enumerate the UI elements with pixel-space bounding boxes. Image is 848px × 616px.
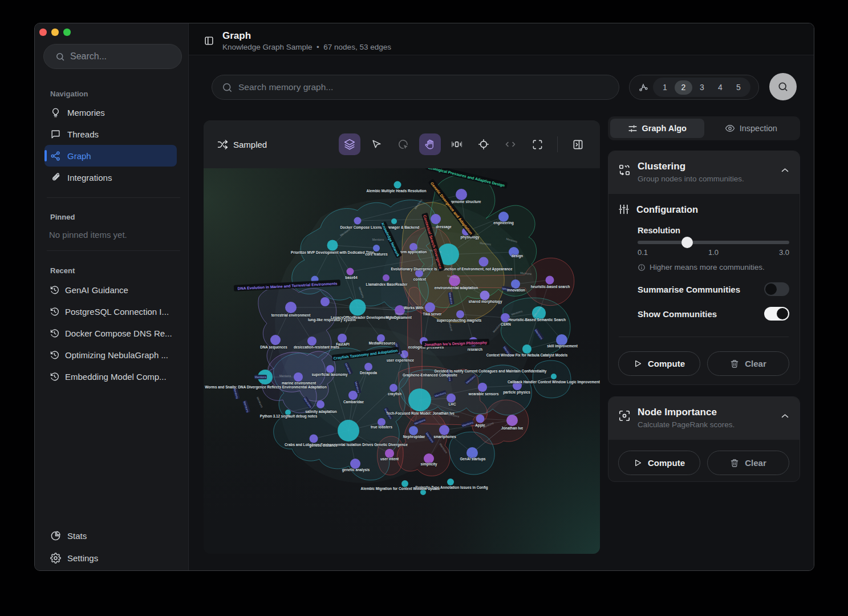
svg-text:genetic distance: genetic distance bbox=[309, 443, 338, 448]
svg-text:Callback Handler Context Windo: Callback Handler Context Window Logic Im… bbox=[508, 380, 600, 384]
svg-text:orm application: orm application bbox=[400, 250, 427, 254]
svg-text:Decided to notify Current Coll: Decided to notify Current Colleagues and… bbox=[435, 369, 547, 374]
svg-text:Mentions: Mentions bbox=[372, 238, 384, 241]
svg-text:heuristic-based search: heuristic-based search bbox=[531, 285, 570, 289]
svg-text:CERN: CERN bbox=[501, 322, 511, 326]
svg-text:design: design bbox=[512, 254, 523, 258]
svg-text:DNA sequences: DNA sequences bbox=[260, 345, 287, 350]
svg-text:simplicity: simplicity bbox=[420, 462, 437, 467]
svg-text:Heuristic-Based Semantic Searc: Heuristic-Based Semantic Search bbox=[509, 318, 566, 322]
svg-text:superficial taxonomy: superficial taxonomy bbox=[312, 372, 348, 377]
svg-text:skill improvement: skill improvement bbox=[547, 344, 578, 348]
svg-text:Mentions: Mentions bbox=[279, 374, 291, 378]
svg-text:MgloDocument: MgloDocument bbox=[386, 315, 412, 320]
svg-text:Python 3.12 segfault debug not: Python 3.12 segfault debug notes bbox=[260, 414, 318, 419]
svg-text:context: context bbox=[413, 277, 427, 281]
svg-text:innovation: innovation bbox=[507, 288, 525, 292]
svg-text:LHC: LHC bbox=[449, 402, 456, 406]
svg-text:wearable sensors: wearable sensors bbox=[468, 392, 499, 396]
svg-text:core features: core features bbox=[365, 252, 388, 256]
svg-text:superconducting magnets: superconducting magnets bbox=[437, 318, 482, 323]
svg-text:salinity adaptation: salinity adaptation bbox=[305, 410, 336, 414]
svg-text:Nephropidae: Nephropidae bbox=[403, 435, 425, 439]
svg-text:Jonathan Ive: Jonathan Ive bbox=[501, 426, 524, 430]
svg-text:GenAI startups: GenAI startups bbox=[460, 457, 486, 461]
svg-text:Crabs and Lobsters: Environmen: Crabs and Lobsters: Environmental Isolat… bbox=[285, 443, 408, 447]
svg-text:Docker Compose License Manager: Docker Compose License Manager & Backend bbox=[340, 225, 420, 230]
svg-text:Tech-Focused Role Model: Jonat: Tech-Focused Role Model: Jonathan Ive bbox=[386, 411, 455, 415]
svg-text:Graphene-Enhanced Composite: Graphene-Enhanced Composite bbox=[403, 373, 457, 378]
svg-text:Tika server: Tika server bbox=[423, 312, 442, 316]
svg-text:terrestrial environment: terrestrial environment bbox=[271, 313, 311, 317]
svg-text:environmental adaptation: environmental adaptation bbox=[435, 286, 478, 290]
svg-text:Alembic Multiple Heads Resolut: Alembic Multiple Heads Resolution bbox=[367, 189, 427, 193]
svg-text:Alembic Migration for Context: Alembic Migration for Context Window Upd… bbox=[361, 487, 440, 491]
svg-text:Apple: Apple bbox=[475, 423, 485, 428]
svg-text:user intent: user intent bbox=[380, 457, 399, 461]
svg-text:base64: base64 bbox=[345, 275, 358, 279]
svg-text:Works With: Works With bbox=[404, 306, 424, 310]
svg-text:Prioritize MVP Development wit: Prioritize MVP Development with Dedicate… bbox=[291, 250, 375, 255]
svg-text:shared morphology: shared morphology bbox=[469, 299, 502, 304]
svg-text:user experience: user experience bbox=[387, 358, 414, 363]
svg-text:Evolutionary Divergence is a F: Evolutionary Divergence is a Function of… bbox=[391, 267, 513, 271]
svg-text:Context Window Fix for Nebula: Context Window Fix for Nebula Catalyst M… bbox=[486, 353, 568, 358]
svg-text:desiccation-resistant traits: desiccation-resistant traits bbox=[294, 345, 340, 349]
svg-text:research: research bbox=[468, 347, 482, 351]
svg-text:crayfish: crayfish bbox=[388, 392, 401, 396]
svg-text:particle physics: particle physics bbox=[503, 390, 530, 395]
svg-text:marine environment: marine environment bbox=[282, 381, 317, 385]
svg-text:smartphones: smartphones bbox=[433, 435, 456, 439]
svg-text:Cambaridae: Cambaridae bbox=[343, 400, 364, 404]
svg-text:MediaResource: MediaResource bbox=[369, 341, 396, 345]
svg-text:engineering: engineering bbox=[493, 221, 514, 225]
svg-text:true lobsters: true lobsters bbox=[371, 425, 393, 429]
svg-text:genetic analysis: genetic analysis bbox=[342, 468, 370, 472]
svg-text:dressage: dressage bbox=[436, 225, 452, 229]
svg-text:Mentions: Mentions bbox=[255, 375, 267, 379]
svg-text:Decapoda: Decapoda bbox=[360, 371, 378, 375]
svg-text:genome structure: genome structure bbox=[451, 200, 481, 204]
svg-text:LlamaIndex BaseReader: LlamaIndex BaseReader bbox=[366, 282, 408, 286]
svg-text:Worms and Snails: DNA Divergen: Worms and Snails: DNA Divergence Reflect… bbox=[205, 385, 327, 390]
